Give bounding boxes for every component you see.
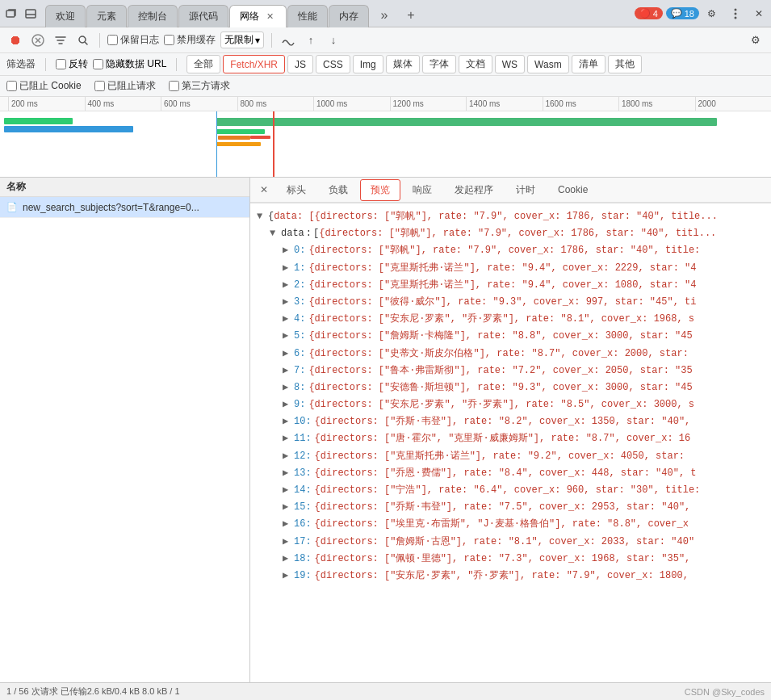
request-item-0[interactable]: 📄 new_search_subjects?sort=T&range=0... [0,197,249,218]
tab-welcome[interactable]: 欢迎 [45,5,86,27]
request-item-icon: 📄 [6,202,18,212]
invert-checkbox[interactable] [56,59,66,69]
json-item-toggle-3[interactable]: ▶ [283,295,294,310]
import-button[interactable]: ↑ [302,31,320,49]
json-item-toggle-14[interactable]: ▶ [283,483,294,498]
json-item-toggle-0[interactable]: ▶ [283,243,294,258]
blocked-requests-checkbox[interactable] [94,81,105,91]
export-button[interactable]: ↓ [325,31,342,49]
json-item-toggle-17[interactable]: ▶ [283,534,294,550]
tab-sources[interactable]: 源代码 [178,5,228,27]
json-item-toggle-5[interactable]: ▶ [283,329,294,344]
network-conditions-button[interactable] [279,31,297,49]
disable-cache-group: 禁用缓存 [164,33,216,47]
filter-manifest-button[interactable]: 清单 [572,55,605,73]
tab-elements[interactable]: 元素 [86,5,127,27]
throttle-selector[interactable]: 无限制 ▾ [220,31,264,48]
json-item-toggle-13[interactable]: ▶ [283,466,294,481]
detail-tab-timing[interactable]: 计时 [505,179,546,201]
detail-tab-initiator[interactable]: 发起程序 [444,179,504,201]
json-root-row: ▼ { data: [{directors: ["郭帆"], rate: "7.… [257,208,765,225]
tab-network-close[interactable]: ✕ [264,10,276,23]
filter-font-button[interactable]: 字体 [422,55,456,73]
blocked-cookies-checkbox[interactable] [6,81,17,91]
detail-tab-response[interactable]: 响应 [402,179,442,201]
tab-console[interactable]: 控制台 [128,5,178,27]
tab-console-label: 控制台 [138,10,167,23]
detail-tab-headers[interactable]: 标头 [276,179,316,201]
hide-data-url-checkbox[interactable] [93,59,103,69]
new-tab-button[interactable]: + [400,4,422,27]
filter-other-button[interactable]: 其他 [608,55,642,73]
timeline-bar-4 [218,136,250,140]
svg-point-3 [735,12,737,15]
json-item-toggle-2[interactable]: ▶ [283,278,294,293]
status-text: 1 / 56 次请求 已传输2.6 kB/0.4 kB 8.0 kB / 1 [6,685,180,698]
timeline-bar-main [216,118,717,126]
json-items: ▶0:{directors: ["郭帆"], rate: "7.9", cove… [257,242,765,585]
close-devtools-button[interactable]: ✕ [750,6,768,22]
filter-toggle-button[interactable] [52,31,69,49]
settings-button[interactable]: ⚙ [702,6,721,22]
add-tab-button[interactable]: » [373,4,396,27]
timeline: 200 ms 400 ms 600 ms 800 ms 1000 ms 1200… [0,97,771,178]
tab-network[interactable]: 网络 ✕ [229,5,287,27]
json-item-toggle-1[interactable]: ▶ [283,261,294,276]
customize-button[interactable] [724,5,747,23]
warn-badge: 💬 18 [666,7,699,19]
filter-media-button[interactable]: 媒体 [386,55,420,73]
search-button[interactable] [74,31,92,49]
warn-icon: 💬 [671,8,682,19]
filter-ws-button[interactable]: WS [495,55,525,73]
filter-js-button[interactable]: JS [287,55,313,73]
json-data-toggle[interactable]: ▼ [270,226,281,241]
tab-performance[interactable]: 性能 [287,5,328,27]
json-item-toggle-18[interactable]: ▶ [283,551,294,567]
dock-icon[interactable] [23,6,39,22]
tab-memory[interactable]: 内存 [329,5,369,27]
json-root-toggle[interactable]: ▼ [257,209,268,224]
tab-memory-label: 内存 [339,10,358,23]
detail-tab-cookie[interactable]: Cookie [547,180,598,199]
json-item-toggle-8[interactable]: ▶ [283,380,294,396]
json-item-3: ▶3:{directors: ["彼得·威尔"], rate: "9.3", c… [257,294,765,311]
tick-1400: 1400 ms [466,97,543,111]
detail-close-button[interactable]: ✕ [254,181,274,199]
preserve-log-checkbox[interactable] [107,35,118,45]
timeline-bar-5 [216,142,261,146]
clear-button[interactable] [29,31,47,49]
detail-tab-payload[interactable]: 负载 [318,179,358,201]
blocked-requests-label: 已阻止请求 [107,79,156,93]
json-preview-content[interactable]: ▼ { data: [{directors: ["郭帆"], rate: "7.… [250,203,771,682]
filter-doc-button[interactable]: 文档 [459,55,492,73]
tab-sources-label: 源代码 [189,10,218,23]
third-party-checkbox[interactable] [169,81,179,91]
json-item-toggle-6[interactable]: ▶ [283,346,294,362]
json-item-toggle-19[interactable]: ▶ [283,568,294,584]
json-item-15: ▶15:{directors: ["乔斯·韦登"], rate: "7.5", … [257,499,765,516]
record-button[interactable]: ⏺ [6,31,24,49]
json-item-toggle-4[interactable]: ▶ [283,312,294,327]
json-item-toggle-10[interactable]: ▶ [283,414,294,430]
json-item-toggle-7[interactable]: ▶ [283,363,294,379]
filter-fetch-xhr-button[interactable]: Fetch/XHR [223,55,285,73]
json-item-toggle-9[interactable]: ▶ [283,397,294,413]
new-window-icon[interactable] [3,6,19,22]
filter-wasm-button[interactable]: Wasm [527,55,569,73]
json-item-toggle-11[interactable]: ▶ [283,431,294,446]
disable-cache-checkbox[interactable] [164,35,174,45]
tab-bar-controls [3,6,39,22]
network-settings-button[interactable]: ⚙ [747,31,765,49]
timeline-content [0,111,771,178]
filter-img-button[interactable]: Img [353,55,383,73]
filter-css-button[interactable]: CSS [316,55,350,73]
status-bar: 1 / 56 次请求 已传输2.6 kB/0.4 kB 8.0 kB / 1 C… [0,682,771,700]
request-list: 名称 📄 new_search_subjects?sort=T&range=0.… [0,178,250,682]
json-item-toggle-12[interactable]: ▶ [283,449,294,464]
json-item-toggle-16[interactable]: ▶ [283,517,294,532]
json-item-toggle-15[interactable]: ▶ [283,500,294,515]
detail-tab-preview[interactable]: 预览 [360,179,400,201]
filter-all-button[interactable]: 全部 [186,55,220,73]
warn-count: 18 [685,9,694,19]
blocked-requests-group: 已阻止请求 [94,79,156,93]
